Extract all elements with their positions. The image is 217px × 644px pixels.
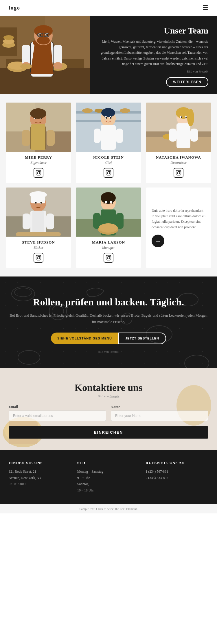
svg-point-83 <box>177 172 180 174</box>
svg-rect-56 <box>101 125 116 150</box>
svg-point-100 <box>37 257 40 259</box>
svg-rect-43 <box>47 130 55 146</box>
team-image-natascha <box>146 103 211 152</box>
svg-rect-36 <box>31 124 45 150</box>
svg-point-30 <box>3 35 14 40</box>
menu-button[interactable]: SIEHE VOLLSTÄNDIGES MENÜ <box>51 333 118 344</box>
order-button[interactable]: JETZT BESTELLEN <box>118 333 166 344</box>
member-role-natascha: Dekorateur <box>170 161 186 165</box>
team-image-maria <box>76 188 141 237</box>
hamburger-icon[interactable]: ☰ <box>203 4 208 12</box>
member-name-nicole: NICOLE STEIN <box>93 155 124 160</box>
svg-point-117 <box>107 257 110 259</box>
svg-rect-96 <box>23 214 30 229</box>
hero-description: Mehl, Wasser, Meersalz und Sauerteig: vi… <box>97 39 208 67</box>
team-card-nicole: NICOLE STEIN Chef <box>76 103 141 183</box>
svg-rect-91 <box>32 211 44 236</box>
name-input[interactable] <box>111 411 208 421</box>
instagram-icon-maria[interactable] <box>104 253 113 263</box>
member-role-maria: Manager <box>102 246 115 250</box>
team-image-nicole <box>76 103 141 152</box>
svg-point-61 <box>110 117 112 119</box>
team-section: MIKE PERRY Eigentümer <box>0 94 217 276</box>
svg-point-60 <box>106 117 107 119</box>
email-input[interactable] <box>9 411 106 421</box>
hero-title: Unser Team <box>97 26 208 36</box>
svg-point-118 <box>109 256 110 257</box>
footer-sunday-label: Sonntag <box>77 481 140 487</box>
bakery-image-credit: Bild von Freepik <box>9 350 208 353</box>
svg-point-110 <box>105 201 107 203</box>
member-name-steve: STEVE HUDSON <box>22 240 55 245</box>
svg-point-89 <box>30 191 47 198</box>
instagram-icon-mike[interactable] <box>34 168 43 178</box>
svg-rect-62 <box>94 129 101 143</box>
svg-point-54 <box>120 108 130 113</box>
email-form-group: Email <box>9 405 106 421</box>
team-grid: MIKE PERRY Eigentümer <box>6 103 211 268</box>
footer-address-line3: 92103-9000 <box>9 481 71 487</box>
footer-hours-time: 9-19 Uhr <box>77 475 140 481</box>
svg-rect-23 <box>54 45 62 65</box>
arrow-button[interactable]: → <box>152 235 164 247</box>
svg-rect-42 <box>22 130 30 146</box>
svg-point-94 <box>35 202 37 204</box>
form-row-1: Email Name <box>9 405 208 421</box>
footer-address-line1: 121 Rock Street, 21 <box>9 469 71 475</box>
svg-point-126 <box>185 355 209 368</box>
svg-point-120 <box>14 288 32 297</box>
member-name-maria: MARIA LARSON <box>92 240 125 245</box>
navbar: logo ☰ <box>0 0 217 16</box>
team-image-mike <box>6 103 71 152</box>
svg-point-41 <box>30 108 46 119</box>
name-form-group: Name <box>111 405 208 421</box>
team-card-steve: STEVE HUDSON Bäcker <box>6 188 71 268</box>
hero-image-credit: Bild von Freepik <box>97 70 208 73</box>
team-card-maria: MARIA LARSON Manager <box>76 188 141 268</box>
contact-title: Kontaktiere uns <box>9 382 208 393</box>
svg-point-46 <box>39 171 40 172</box>
member-role-mike: Eigentümer <box>30 161 47 165</box>
weiterlesen-button[interactable]: WEITERLESEN <box>166 77 208 87</box>
instagram-icon-steve[interactable] <box>34 253 43 263</box>
submit-button[interactable]: EINREICHEN <box>9 426 208 439</box>
svg-point-75 <box>187 109 194 126</box>
svg-point-101 <box>39 256 40 257</box>
svg-rect-73 <box>176 123 190 148</box>
footer-grid: FINDEN SIE UNS 121 Rock Street, 21 Avenu… <box>9 461 208 493</box>
logo: logo <box>9 5 20 11</box>
member-role-nicole: Chef <box>105 161 112 165</box>
svg-rect-97 <box>46 214 54 229</box>
arrow-card-text: Duis aute irure dolor in reprehenderit i… <box>152 208 205 230</box>
bakery-description: Bei Brot und Sandwiches ist Frische glei… <box>9 312 208 325</box>
sample-text-bar: Sample text. Click to select the Text El… <box>0 504 217 513</box>
team-arrow-card: Duis aute irure dolor in reprehenderit i… <box>146 188 211 268</box>
hero-content: Unser Team Mehl, Wasser, Meersalz und Sa… <box>90 16 217 94</box>
member-name-natascha: NATASCHA IWANOWA <box>156 155 201 160</box>
svg-point-17 <box>39 34 41 36</box>
email-label: Email <box>9 405 106 409</box>
contact-image-credit: Bild von Freepik <box>9 394 208 398</box>
svg-point-79 <box>185 116 187 118</box>
footer-col-hours: STD Montag – Samstag 9-19 Uhr Sonntag 10… <box>77 461 140 493</box>
footer-hours-title: STD <box>77 461 140 465</box>
instagram-icon-natascha[interactable] <box>174 168 183 178</box>
svg-point-111 <box>110 201 112 203</box>
svg-rect-80 <box>169 129 176 142</box>
team-image-steve <box>6 188 71 237</box>
svg-rect-22 <box>22 45 30 65</box>
svg-point-57 <box>101 108 115 117</box>
hero-section: Unser Team Mehl, Wasser, Meersalz und Sa… <box>0 16 217 94</box>
svg-rect-63 <box>116 129 123 143</box>
contact-form: Email Name EINREICHEN <box>9 405 208 439</box>
footer: FINDEN SIE UNS 121 Rock Street, 21 Avenu… <box>0 450 217 504</box>
svg-point-25 <box>53 62 62 69</box>
svg-point-26 <box>20 64 32 69</box>
footer-sunday-time: 10 – 18 Uhr <box>77 487 140 494</box>
bakery-title: Rollen, prüfen und backen. Täglich. <box>9 297 208 308</box>
hero-image <box>0 16 90 94</box>
footer-col-phone: RUFEN SIE UNS AN 1 (234) 567-891 2 (345)… <box>146 461 208 493</box>
instagram-icon-nicole[interactable] <box>104 168 113 178</box>
footer-address-line2: Avenue, New York, NY <box>9 475 71 481</box>
svg-point-52 <box>82 108 93 113</box>
